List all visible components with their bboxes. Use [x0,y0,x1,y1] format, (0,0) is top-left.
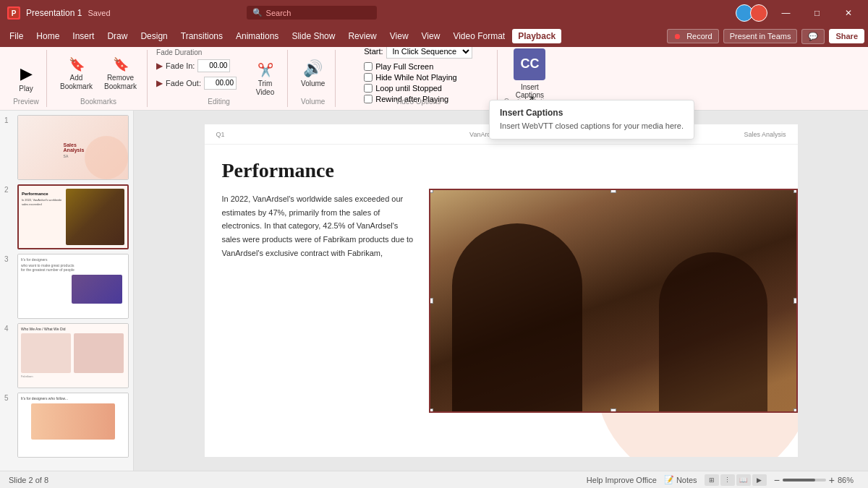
menu-design[interactable]: Design [135,29,173,43]
slide-num-5: 5 [4,393,13,402]
slide-main: Q1 VanArdsel Sales Analysis Performance … [205,124,798,457]
reading-view-btn[interactable]: 📖 [736,474,751,486]
editing-group-label: Editing [150,98,287,106]
menu-home[interactable]: Home [30,29,65,43]
menu-draw[interactable]: Draw [101,29,133,43]
slide-thumb-5[interactable]: 5 It's for designers who follow... [4,393,129,458]
slide-preview-3: It's for designers who want to make grea… [17,254,129,319]
presentation-title: Presentation 1 [26,8,82,18]
win-close[interactable]: ✕ [835,0,861,25]
tooltip-title: Insert Captions [500,108,684,118]
handle-bot-middle[interactable] [610,408,616,413]
ribbon-group-bookmarks: 🔖 Add Bookmark 🔖 Remove Bookmark Bookmar… [50,50,148,107]
bookmark-remove-icon: 🔖 [113,56,129,72]
handle-mid-right[interactable] [793,298,798,304]
insert-captions-tooltip: Insert Captions Insert WebVTT closed cap… [489,100,694,140]
handle-bot-right[interactable] [793,408,798,413]
video-element[interactable] [429,189,798,413]
handle-mid-left[interactable] [429,298,433,304]
slide-thumb-4[interactable]: 4 Who We Are / What We Did Fabrikam [4,323,129,388]
ribbon-group-preview: ▶ Play Preview [6,50,47,107]
fade-out-arrow: ▶ [156,78,163,88]
video-options-group-label: Video Options [339,98,497,106]
menu-review[interactable]: Review [342,29,382,43]
fade-duration-title: Fade Duration [156,48,243,56]
zoom-out-btn[interactable]: − [774,474,780,486]
hide-while-not-playing-checkbox[interactable] [364,73,373,82]
zoom-slider[interactable] [783,479,826,481]
menu-slideshow[interactable]: Slide Show [286,29,341,43]
slide-preview-5: It's for designers who follow... [17,393,129,458]
status-bar: Slide 2 of 8 Help Improve Office 📝 Notes… [0,471,868,488]
ribbon-group-volume: 🔊 Volume Volume [291,50,336,107]
fade-out-label: Fade Out: [166,79,201,87]
slide-header-left: Q1 [216,131,225,138]
avatar-2 [750,4,767,22]
help-improve[interactable]: Help Improve Office [587,476,657,484]
share-button[interactable]: Share [829,29,864,43]
volume-button[interactable]: 🔊 Volume [297,57,329,90]
volume-group-label: Volume [291,98,335,106]
preview-group-label: Preview [6,98,46,106]
volume-icon: 🔊 [303,59,323,78]
search-input[interactable] [266,9,367,17]
play-button[interactable]: ▶ Play [12,62,41,95]
handle-bot-left[interactable] [429,408,433,413]
fade-out-input[interactable] [204,77,237,90]
menu-file[interactable]: File [4,29,29,43]
trim-video-button[interactable]: ✂️ Trim Video [249,60,281,99]
slide-num-4: 4 [4,323,13,333]
insert-captions-button[interactable]: CC Insert Captions [514,48,545,99]
presenter-view-btn[interactable]: ▶ [752,474,767,486]
slide-info: Slide 2 of 8 [9,476,48,484]
menu-playback[interactable]: Playback [512,29,561,43]
handle-top-middle[interactable] [610,189,616,193]
notes-button[interactable]: 📝 Notes [664,475,697,484]
search-box[interactable]: 🔍 [247,6,377,20]
zoom-in-btn[interactable]: + [829,474,835,486]
slide-preview-2: Performance In 2022, VanArdsel's worldwi… [17,184,129,249]
saved-indicator: Saved [88,9,110,17]
loop-label: Loop until Stopped [375,84,442,93]
menu-insert[interactable]: Insert [67,29,100,43]
slide-preview-4: Who We Are / What We Did Fabrikam [17,323,129,388]
comment-button[interactable]: 💬 [801,29,825,44]
present-in-teams-button[interactable]: Present in Teams [723,29,798,43]
add-bookmark-label: Add Bookmark [60,74,93,91]
normal-view-btn[interactable]: ⊞ [705,474,719,486]
handle-top-left[interactable] [429,189,433,193]
slide-num-3: 3 [4,254,13,263]
menu-video-format[interactable]: Video Format [447,29,511,43]
slide-thumb-2[interactable]: 2 Performance In 2022, VanArdsel's world… [4,184,129,249]
slide-thumb-3[interactable]: 3 It's for designers who want to make gr… [4,254,129,319]
title-bar: P Presentation 1 Saved 🔍 — □ ✕ [0,0,868,25]
start-select[interactable]: In Click Sequence Automatically When Cli… [386,47,472,59]
remove-bookmark-button[interactable]: 🔖 Remove Bookmark [100,54,141,93]
cc-icon: CC [514,48,545,80]
slide-thumb-1[interactable]: 1 SalesAnalysis SA [4,115,129,180]
slide-main-title: Performance [222,159,414,182]
record-button[interactable]: Record [667,29,718,43]
main-area: 1 SalesAnalysis SA 2 Performance In 20 [0,111,868,471]
play-fullscreen-checkbox[interactable] [364,62,373,71]
trim-label: Trim Video [256,80,274,97]
win-maximize[interactable]: □ [804,0,830,25]
add-bookmark-button[interactable]: 🔖 Add Bookmark [56,54,97,93]
notes-icon: 📝 [664,475,674,484]
trim-icon: ✂️ [258,62,273,78]
menu-transitions[interactable]: Transitions [175,29,229,43]
menu-view2[interactable]: View [416,29,446,43]
menu-view[interactable]: View [384,29,414,43]
fade-in-input[interactable] [197,59,230,72]
handle-top-right[interactable] [793,189,798,193]
hide-label: Hide While Not Playing [375,73,457,82]
slide-num-1: 1 [4,115,13,124]
win-minimize[interactable]: — [773,0,799,25]
loop-checkbox[interactable] [364,84,373,93]
slide-sorter-btn[interactable]: ⋮ [720,474,735,486]
slide-canvas: Q1 VanArdsel Sales Analysis Performance … [134,111,868,471]
ribbon: ▶ Play Preview 🔖 Add Bookmark 🔖 Remove B… [0,47,868,111]
menu-animations[interactable]: Animations [230,29,284,43]
slide-num-2: 2 [4,184,13,194]
slide-body-text: In 2022, VanArdsel's worldwide sales exc… [222,192,414,260]
